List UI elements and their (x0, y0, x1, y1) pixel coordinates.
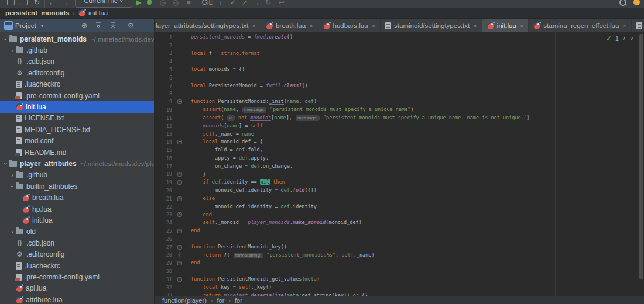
code-line[interactable]: assert( v: not monoids[name], message: "… (191, 114, 530, 122)
git-commit-icon[interactable]: ✓ (229, 0, 237, 8)
git-cherry-pick-icon[interactable]: → (252, 0, 261, 8)
close-icon[interactable]: × (309, 22, 313, 29)
expand-all-icon[interactable] (95, 22, 102, 30)
tree-row-.luacheckrc[interactable]: .luacheckrc (0, 260, 154, 271)
project-panel-title[interactable]: Project (15, 22, 36, 29)
toolbar-icon[interactable] (7, 0, 15, 5)
back-icon[interactable]: ← (48, 0, 56, 8)
tab-breath-lua[interactable]: breath.lua× (261, 19, 318, 32)
code-line[interactable]: if def.identity == nil then (191, 178, 530, 186)
search-icon[interactable] (619, 0, 626, 6)
hide-panel-icon[interactable]: — (142, 22, 149, 29)
code-line[interactable]: monoid_def.identity = def.identity (191, 203, 530, 211)
code-line[interactable]: end (191, 211, 530, 219)
code-content[interactable]: persistent_monoids = fmod.create()local … (191, 33, 530, 297)
code-line[interactable]: local monoid_def = { (191, 138, 530, 146)
code-line[interactable] (191, 267, 530, 275)
tree-row-.github[interactable]: ›.github (0, 44, 154, 56)
code-line[interactable] (191, 74, 530, 82)
tree-row-.luacheckrc[interactable]: .luacheckrc (0, 79, 154, 90)
tree-row-.github[interactable]: ›.github (0, 170, 154, 181)
tree-row-init.lua[interactable]: init.lua (0, 215, 154, 226)
tree-row-.pre-commit-config.yaml[interactable]: .pre-commit-config.yaml (0, 90, 154, 101)
tree-row-api.lua[interactable]: api.lua (0, 283, 154, 294)
fold-start-icon[interactable]: − (177, 99, 182, 104)
code-line[interactable]: persistent_monoids = fmod.create() (191, 33, 530, 42)
tree-row-.editorconfig[interactable]: ⚙.editorconfig (0, 67, 154, 78)
editor-breadcrumb-item[interactable]: function(player) (162, 297, 207, 304)
run-icon[interactable]: ▶ (135, 0, 143, 8)
tree-row-builtin_attributes[interactable]: ›builtin_attributes (0, 181, 154, 192)
code-line[interactable]: monoids[name] = self (191, 122, 530, 130)
code-line[interactable] (191, 42, 530, 50)
fold-start-icon[interactable]: − (177, 140, 182, 144)
tree-row-old[interactable]: ›old (0, 226, 154, 237)
code-line[interactable] (191, 235, 530, 243)
prev-problem-icon[interactable]: ∧ (622, 36, 626, 42)
forward-icon[interactable]: → (61, 0, 69, 8)
close-icon[interactable]: × (622, 22, 626, 29)
tree-row-.cdb.json[interactable]: {}.cdb.json (0, 56, 154, 67)
code-line[interactable] (191, 57, 530, 65)
toolbar-icon[interactable] (20, 0, 28, 5)
tab-hudbars-lua[interactable]: hudbars.lua× (318, 19, 381, 32)
chevron-expanded-icon[interactable]: › (9, 183, 16, 190)
breadcrumb-root[interactable]: persistent_monoids (5, 9, 69, 16)
editor-breadcrumb-item[interactable]: for (235, 297, 242, 304)
close-icon[interactable]: × (520, 22, 523, 29)
code-line[interactable]: local monoids = {} (191, 65, 530, 74)
git-update-icon[interactable]: ↓ (216, 0, 224, 8)
code-line[interactable]: } (191, 171, 530, 179)
run-config-dropdown[interactable]: Current File ˅ (75, 0, 132, 8)
editor-scrollbar[interactable] (639, 34, 643, 279)
tree-row-.pre-commit-config.yaml[interactable]: .pre-commit-config.yaml (0, 271, 154, 282)
fold-end-icon[interactable]: ^ (177, 212, 182, 217)
code-line[interactable]: self._name = name (191, 130, 530, 139)
git-push-icon[interactable]: ↗ (241, 0, 249, 8)
tree-row-attribute.lua[interactable]: attribute.lua (0, 294, 154, 304)
code-viewport[interactable]: 123456789−1011121314−15161718^19−2021^22… (155, 32, 644, 297)
code-line[interactable]: monoid_def.identity = def.fold({}) (191, 186, 530, 195)
code-line[interactable]: self._monoid = player_monoids.make_monoi… (191, 219, 530, 227)
tree-row-LICENSE.txt[interactable]: LICENSE.txt (0, 113, 154, 124)
chevron-collapsed-icon[interactable]: › (9, 47, 16, 54)
tree-row-README.md[interactable]: README.md (0, 147, 154, 158)
chevron-expanded-icon[interactable]: › (2, 36, 9, 43)
fold-start-icon[interactable]: − (177, 180, 182, 185)
tab-layer-attributes-settingtypes-txt[interactable]: layer_attributes/settingtypes.txt× (155, 19, 261, 32)
git-history-icon[interactable]: ↻ (264, 0, 272, 8)
tree-row-hp.lua[interactable]: hp.lua (0, 203, 154, 215)
profile-icon[interactable]: ◎ (159, 0, 167, 8)
locate-file-icon[interactable]: ⊕ (81, 22, 87, 29)
gear-icon[interactable]: ⚙ (127, 22, 134, 29)
close-icon[interactable]: × (372, 22, 375, 29)
close-icon[interactable]: × (473, 22, 477, 29)
fold-end-icon[interactable]: ^ (177, 196, 182, 201)
breadcrumb-file[interactable]: init.lua (88, 9, 108, 16)
code-line[interactable]: function PersistentMonoid:_init(name, de… (191, 98, 530, 106)
tree-row-player_attributes[interactable]: ›player_attributes~/.minetest/mods.dev/p… (0, 158, 154, 169)
refresh-icon[interactable]: ↻ (33, 0, 41, 8)
stop-icon[interactable]: ■ (184, 0, 193, 8)
fold-end-icon[interactable]: ^ (177, 261, 182, 265)
code-line[interactable]: local PersistentMonoid = futil.class1() (191, 82, 530, 90)
git-rollback-icon[interactable]: ↩ (278, 0, 286, 8)
close-icon[interactable]: × (252, 22, 256, 29)
code-line[interactable]: on_change = def.on_change, (191, 163, 530, 171)
tab-init-lua[interactable]: init.lua× (482, 19, 529, 32)
collapse-all-icon[interactable] (109, 22, 117, 30)
code-line[interactable] (191, 90, 530, 98)
code-line[interactable]: function PersistentMonoid:_key() (191, 243, 530, 251)
code-line[interactable]: function PersistentMonoid:_get_values(me… (191, 275, 530, 284)
tree-row-.cdb.json[interactable]: {}.cdb.json (0, 237, 154, 248)
code-line[interactable]: end (191, 227, 530, 235)
chevron-collapsed-icon[interactable]: › (9, 171, 16, 178)
code-line[interactable]: apply = def.apply, (191, 154, 530, 163)
code-line[interactable]: local f = string.format (191, 50, 530, 58)
tree-row-breath.lua[interactable]: breath.lua (0, 192, 154, 203)
tab-stamina-regen-effect-lua[interactable]: stamina_regen_effect.lua× (529, 19, 631, 32)
code-line[interactable]: assert(name, message: "persistent monoid… (191, 106, 530, 114)
editor-breadcrumb-item[interactable]: for (217, 297, 225, 304)
chevron-expanded-icon[interactable]: › (2, 160, 9, 167)
fold-end-icon[interactable]: ^ (177, 172, 182, 177)
